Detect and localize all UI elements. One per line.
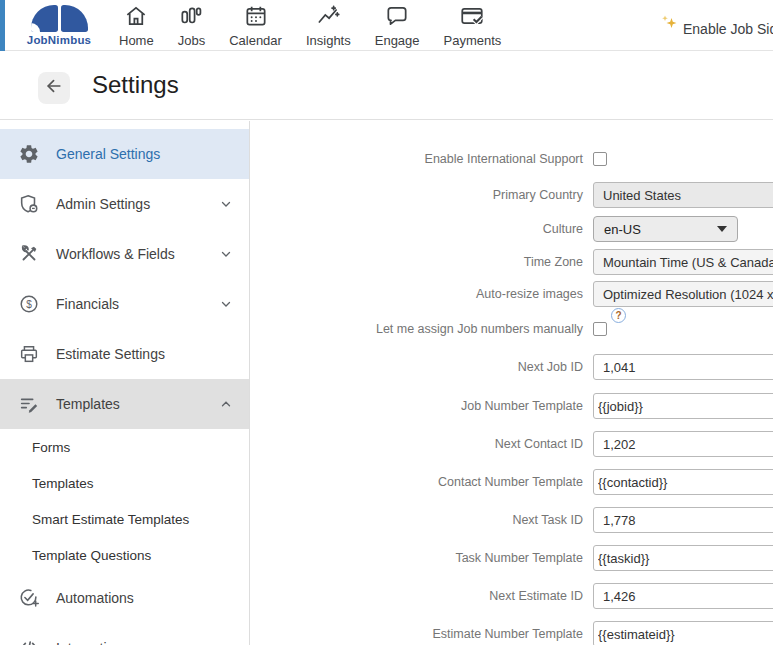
field-label: Culture	[250, 222, 593, 236]
row-primary-country: Primary Country	[250, 182, 773, 208]
sidebar-item-estimate-settings[interactable]: Estimate Settings	[0, 329, 249, 379]
assign-job-numbers-checkbox[interactable]	[593, 322, 607, 336]
dollar-icon: $	[17, 293, 41, 315]
row-next-estimate-id: Next Estimate ID	[250, 583, 773, 609]
sidebar-item-integrations[interactable]: Integrations	[0, 623, 249, 645]
nav-item-label: Home	[119, 33, 154, 48]
nav-item-label: Engage	[375, 33, 420, 48]
nav-items: Home Jobs Calendar Insights Engage	[107, 0, 513, 51]
chevron-down-icon	[217, 641, 235, 645]
chevron-down-icon	[217, 297, 235, 311]
svg-text:$: $	[26, 299, 32, 310]
engage-icon	[384, 3, 410, 32]
jobnimbus-logo[interactable]: JobNimbus	[27, 5, 91, 46]
sidebar-item-label: Templates	[56, 396, 217, 412]
insights-icon	[315, 3, 341, 32]
next-contact-id-input[interactable]	[593, 431, 773, 457]
sub-item-label: Template Questions	[32, 548, 151, 563]
culture-select[interactable]: en-US	[593, 216, 738, 242]
templates-icon	[17, 393, 41, 415]
sidebar-item-financials[interactable]: $ Financials	[0, 279, 249, 329]
row-estimate-number-template: Estimate Number Template	[250, 621, 773, 645]
next-job-id-input[interactable]	[593, 354, 773, 380]
field-label: Next Contact ID	[250, 437, 593, 451]
sub-item-label: Forms	[32, 440, 70, 455]
nav-item-jobs[interactable]: Jobs	[166, 0, 217, 51]
time-zone-input[interactable]	[593, 249, 773, 275]
sidebar-subitem-templates[interactable]: Templates	[0, 465, 249, 501]
field-label: Task Number Template	[250, 551, 593, 565]
job-number-template-input[interactable]	[593, 393, 773, 419]
help-icon[interactable]: ?	[611, 308, 626, 323]
gear-icon	[17, 143, 41, 165]
enable-job-promo[interactable]: Enable Job Sid	[659, 13, 773, 37]
chevron-down-icon	[217, 197, 235, 211]
caret-down-icon	[717, 226, 727, 232]
row-enable-international-support: Enable International Support	[250, 152, 607, 166]
sidebar-item-general-settings[interactable]: General Settings	[0, 129, 249, 179]
nav-item-label: Payments	[444, 33, 502, 48]
nav-item-engage[interactable]: Engage	[363, 0, 432, 51]
chevron-up-icon	[217, 397, 235, 411]
general-settings-form: Enable International Support Primary Cou…	[250, 121, 773, 645]
sidebar-item-label: Estimate Settings	[56, 346, 235, 362]
field-label: Time Zone	[250, 255, 593, 269]
sidebar-item-label: Integrations	[56, 640, 217, 645]
sidebar-item-label: Automations	[56, 590, 235, 606]
nav-item-label: Calendar	[229, 33, 282, 48]
sub-item-label: Templates	[32, 476, 94, 491]
back-button[interactable]	[38, 72, 70, 104]
sidebar-item-admin-settings[interactable]: Admin Settings	[0, 179, 249, 229]
culture-selected-value: en-US	[604, 222, 641, 237]
row-time-zone: Time Zone	[250, 249, 773, 275]
sidebar-subitem-template-questions[interactable]: Template Questions	[0, 537, 249, 573]
calendar-icon	[243, 3, 269, 32]
jobnimbus-logo-text: JobNimbus	[27, 34, 91, 46]
sidebar-subitem-smart-estimate-templates[interactable]: Smart Estimate Templates	[0, 501, 249, 537]
field-label: Contact Number Template	[250, 475, 593, 489]
auto-resize-images-input[interactable]	[593, 281, 773, 307]
row-culture: Culture en-US	[250, 216, 738, 242]
nav-item-payments[interactable]: Payments	[432, 0, 514, 51]
row-assign-job-numbers: Let me assign Job numbers manually	[250, 322, 607, 336]
task-number-template-input[interactable]	[593, 545, 773, 571]
jobnimbus-logo-icon	[31, 5, 88, 32]
next-estimate-id-input[interactable]	[593, 583, 773, 609]
enable-international-support-checkbox[interactable]	[593, 152, 607, 166]
field-label: Estimate Number Template	[250, 627, 593, 641]
sidebar-item-label: Workflows & Fields	[56, 246, 217, 262]
nav-item-home[interactable]: Home	[107, 0, 166, 51]
tools-icon	[17, 243, 41, 265]
page-header: Settings	[0, 52, 773, 120]
contact-number-template-input[interactable]	[593, 469, 773, 495]
chevron-down-icon	[217, 247, 235, 261]
row-next-contact-id: Next Contact ID	[250, 431, 773, 457]
sidebar-item-workflows-fields[interactable]: Workflows & Fields	[0, 229, 249, 279]
sidebar-item-label: Admin Settings	[56, 196, 217, 212]
estimate-number-template-input[interactable]	[593, 621, 773, 645]
row-contact-number-template: Contact Number Template	[250, 469, 773, 495]
nav-item-calendar[interactable]: Calendar	[217, 0, 294, 51]
field-label: Enable International Support	[250, 152, 593, 166]
field-label: Next Estimate ID	[250, 589, 593, 603]
sidebar-item-automations[interactable]: Automations	[0, 573, 249, 623]
sidebar-subitem-forms[interactable]: Forms	[0, 429, 249, 465]
field-label: Let me assign Job numbers manually	[250, 322, 593, 336]
automation-icon	[17, 587, 41, 609]
sidebar-item-templates[interactable]: Templates	[0, 379, 249, 429]
row-task-number-template: Task Number Template	[250, 545, 773, 571]
accent-bar	[0, 0, 5, 51]
sidebar-item-label: General Settings	[56, 146, 235, 162]
field-label: Job Number Template	[250, 399, 593, 413]
promo-label: Enable Job Sid	[683, 21, 773, 37]
field-label: Auto-resize images	[250, 287, 593, 301]
primary-country-input[interactable]	[593, 182, 773, 208]
row-next-task-id: Next Task ID	[250, 507, 773, 533]
row-job-number-template: Job Number Template	[250, 393, 773, 419]
nav-item-insights[interactable]: Insights	[294, 0, 363, 51]
sparkle-icon	[659, 13, 679, 36]
field-label: Primary Country	[250, 188, 593, 202]
back-arrow-icon	[44, 76, 64, 100]
next-task-id-input[interactable]	[593, 507, 773, 533]
sidebar-item-label: Financials	[56, 296, 217, 312]
